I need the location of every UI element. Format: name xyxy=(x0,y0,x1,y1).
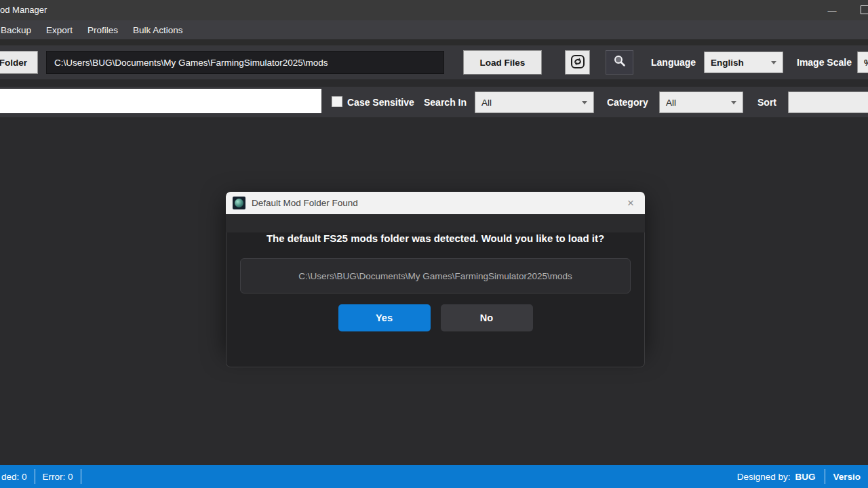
search-input[interactable] xyxy=(0,89,321,113)
dialog-titlebar: Default Mod Folder Found × xyxy=(226,192,645,214)
sort-select[interactable] xyxy=(788,92,868,113)
menu-item-profiles[interactable]: Profiles xyxy=(80,20,125,39)
dialog-close-button[interactable]: × xyxy=(623,196,638,210)
yes-button[interactable]: Yes xyxy=(338,304,431,331)
designed-by-label: Designed by: xyxy=(737,472,791,482)
menu-item-bulk-actions[interactable]: Bulk Actions xyxy=(125,20,191,39)
image-scale-value: % xyxy=(864,58,868,68)
mod-folder-path-field[interactable]: C:\Users\BUG\Documents\My Games\FarmingS… xyxy=(46,51,444,74)
loaded-count: ded: 0 xyxy=(0,472,35,482)
language-label: Language xyxy=(651,45,696,79)
dialog-message: The default FS25 mods folder was detecte… xyxy=(226,232,644,244)
case-sensitive-checkbox[interactable] xyxy=(332,96,342,107)
status-right: Designed by: BUG Versio xyxy=(728,465,868,488)
sort-label: Sort xyxy=(757,87,776,117)
search-button[interactable] xyxy=(606,50,633,75)
maximize-button[interactable] xyxy=(861,5,868,14)
language-value: English xyxy=(711,58,744,68)
category-select[interactable]: All xyxy=(659,92,743,113)
magnifier-icon xyxy=(613,54,627,70)
window-title: od Manager xyxy=(0,5,47,15)
search-in-value: All xyxy=(481,98,492,108)
menu-item-backup[interactable]: Backup xyxy=(0,20,39,39)
designed-by-value: BUG xyxy=(795,472,815,482)
separator xyxy=(0,79,868,87)
toolbar: Folder C:\Users\BUG\Documents\My Games\F… xyxy=(0,45,868,79)
window-titlebar: od Manager — xyxy=(0,0,868,20)
chevron-down-icon xyxy=(771,61,776,64)
language-select[interactable]: English xyxy=(704,52,783,73)
refresh-button[interactable] xyxy=(565,50,590,75)
image-scale-select[interactable]: % xyxy=(857,52,868,73)
minimize-button[interactable]: — xyxy=(816,0,848,20)
menu-item-export[interactable]: Export xyxy=(39,20,80,39)
chevron-down-icon xyxy=(582,101,587,104)
no-button[interactable]: No xyxy=(441,304,533,331)
dialog-buttons: Yes No xyxy=(226,304,644,331)
category-value: All xyxy=(666,98,676,108)
separator xyxy=(0,39,868,45)
error-count: Error: 0 xyxy=(35,472,81,482)
dialog-title: Default Mod Folder Found xyxy=(252,198,358,208)
select-folder-button[interactable]: Folder xyxy=(0,51,38,74)
case-sensitive-label: Case Sensitive xyxy=(347,87,414,117)
menu-bar: Backup Export Profiles Bulk Actions xyxy=(0,20,868,39)
minimize-icon: — xyxy=(828,5,837,16)
app-logo-icon xyxy=(233,197,245,209)
status-bar: ded: 0 Error: 0 Designed by: BUG Versio xyxy=(0,465,868,488)
search-in-label: Search In xyxy=(424,87,467,117)
status-separator xyxy=(81,469,81,484)
image-scale-label: Image Scale xyxy=(797,45,852,79)
category-label: Category xyxy=(607,87,648,117)
chevron-down-icon xyxy=(731,101,736,104)
version-text: Versio xyxy=(825,472,868,482)
load-files-button[interactable]: Load Files xyxy=(463,50,542,75)
search-in-select[interactable]: All xyxy=(475,92,594,113)
status-left: ded: 0 Error: 0 xyxy=(0,465,81,488)
refresh-icon xyxy=(570,54,585,71)
filter-row: Case Sensitive Search In All Category Al… xyxy=(0,87,868,117)
dialog-body: The default FS25 mods folder was detecte… xyxy=(226,232,645,367)
designed-by: Designed by: BUG xyxy=(728,472,825,482)
dialog-detected-path: C:\Users\BUG\Documents\My Games\FarmingS… xyxy=(240,258,631,293)
default-mod-folder-dialog: Default Mod Folder Found × The default F… xyxy=(226,192,645,349)
